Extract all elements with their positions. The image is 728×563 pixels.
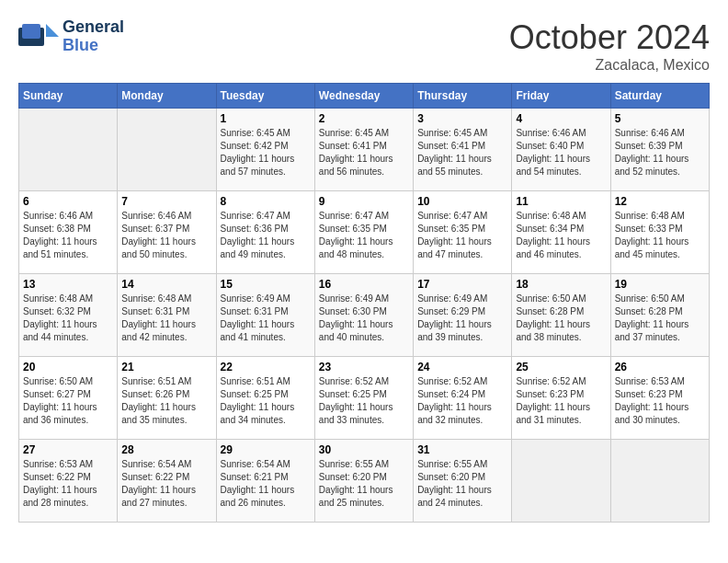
day-info: Sunrise: 6:50 AM Sunset: 6:27 PM Dayligh… xyxy=(23,375,113,427)
day-number: 19 xyxy=(615,278,705,291)
day-info: Sunrise: 6:46 AM Sunset: 6:39 PM Dayligh… xyxy=(615,127,705,178)
day-info: Sunrise: 6:54 AM Sunset: 6:21 PM Dayligh… xyxy=(221,458,311,510)
day-info: Sunrise: 6:52 AM Sunset: 6:25 PM Dayligh… xyxy=(319,375,409,427)
day-number: 28 xyxy=(121,443,211,456)
calendar-cell xyxy=(512,440,610,523)
calendar-cell: 1Sunrise: 6:45 AM Sunset: 6:42 PM Daylig… xyxy=(216,109,314,191)
day-number: 30 xyxy=(319,443,409,456)
calendar-cell: 28Sunrise: 6:54 AM Sunset: 6:22 PM Dayli… xyxy=(118,440,216,523)
day-info: Sunrise: 6:47 AM Sunset: 6:35 PM Dayligh… xyxy=(417,210,507,261)
calendar-cell: 21Sunrise: 6:51 AM Sunset: 6:26 PM Dayli… xyxy=(118,357,216,440)
day-number: 18 xyxy=(516,278,606,291)
day-info: Sunrise: 6:55 AM Sunset: 6:20 PM Dayligh… xyxy=(319,458,409,510)
calendar-week-row: 13Sunrise: 6:48 AM Sunset: 6:32 PM Dayli… xyxy=(19,274,710,357)
day-number: 26 xyxy=(615,361,705,373)
calendar-cell: 20Sunrise: 6:50 AM Sunset: 6:27 PM Dayli… xyxy=(19,357,118,440)
day-info: Sunrise: 6:54 AM Sunset: 6:22 PM Dayligh… xyxy=(121,458,211,510)
day-number: 11 xyxy=(516,195,606,208)
calendar-cell xyxy=(19,109,118,191)
day-info: Sunrise: 6:51 AM Sunset: 6:26 PM Dayligh… xyxy=(121,375,211,427)
calendar-cell: 12Sunrise: 6:48 AM Sunset: 6:33 PM Dayli… xyxy=(610,191,709,274)
calendar-cell: 17Sunrise: 6:49 AM Sunset: 6:29 PM Dayli… xyxy=(414,274,512,357)
day-number: 7 xyxy=(121,195,211,208)
calendar-cell: 11Sunrise: 6:48 AM Sunset: 6:34 PM Dayli… xyxy=(512,191,610,274)
day-number: 17 xyxy=(417,278,507,291)
weekday-header-cell: Wednesday xyxy=(314,84,413,109)
calendar-cell: 29Sunrise: 6:54 AM Sunset: 6:21 PM Dayli… xyxy=(216,440,314,523)
weekday-header-cell: Friday xyxy=(512,84,610,109)
weekday-header-cell: Tuesday xyxy=(216,84,314,109)
day-info: Sunrise: 6:48 AM Sunset: 6:31 PM Dayligh… xyxy=(121,293,211,344)
calendar-cell: 8Sunrise: 6:47 AM Sunset: 6:36 PM Daylig… xyxy=(216,191,314,274)
day-info: Sunrise: 6:49 AM Sunset: 6:29 PM Dayligh… xyxy=(417,293,507,344)
calendar-body: 1Sunrise: 6:45 AM Sunset: 6:42 PM Daylig… xyxy=(19,109,710,523)
calendar-cell: 2Sunrise: 6:45 AM Sunset: 6:41 PM Daylig… xyxy=(314,109,413,191)
day-number: 27 xyxy=(23,443,113,456)
day-info: Sunrise: 6:51 AM Sunset: 6:25 PM Dayligh… xyxy=(221,375,311,427)
calendar-week-row: 1Sunrise: 6:45 AM Sunset: 6:42 PM Daylig… xyxy=(19,109,710,191)
calendar-cell xyxy=(118,109,216,191)
weekday-header-row: SundayMondayTuesdayWednesdayThursdayFrid… xyxy=(19,84,710,109)
calendar-week-row: 6Sunrise: 6:46 AM Sunset: 6:38 PM Daylig… xyxy=(19,191,710,274)
calendar-cell: 18Sunrise: 6:50 AM Sunset: 6:28 PM Dayli… xyxy=(512,274,610,357)
day-number: 2 xyxy=(319,112,409,125)
calendar-cell: 23Sunrise: 6:52 AM Sunset: 6:25 PM Dayli… xyxy=(314,357,413,440)
day-number: 10 xyxy=(417,195,507,208)
day-number: 20 xyxy=(23,361,113,373)
day-info: Sunrise: 6:47 AM Sunset: 6:35 PM Dayligh… xyxy=(319,210,409,261)
title-block: October 2024 Zacalaca, Mexico xyxy=(509,18,710,74)
svg-rect-1 xyxy=(22,24,40,39)
calendar-cell: 26Sunrise: 6:53 AM Sunset: 6:23 PM Dayli… xyxy=(610,357,709,440)
day-number: 4 xyxy=(516,112,606,125)
calendar-cell: 16Sunrise: 6:49 AM Sunset: 6:30 PM Dayli… xyxy=(314,274,413,357)
day-number: 23 xyxy=(319,361,409,373)
day-number: 16 xyxy=(319,278,409,291)
day-info: Sunrise: 6:49 AM Sunset: 6:31 PM Dayligh… xyxy=(221,293,311,344)
month-title: October 2024 xyxy=(509,18,710,57)
calendar-cell: 25Sunrise: 6:52 AM Sunset: 6:23 PM Dayli… xyxy=(512,357,610,440)
day-number: 5 xyxy=(615,112,705,125)
day-info: Sunrise: 6:50 AM Sunset: 6:28 PM Dayligh… xyxy=(615,293,705,344)
day-number: 9 xyxy=(319,195,409,208)
day-number: 25 xyxy=(516,361,606,373)
calendar-cell: 5Sunrise: 6:46 AM Sunset: 6:39 PM Daylig… xyxy=(610,109,709,191)
day-number: 1 xyxy=(221,112,311,125)
calendar-cell: 15Sunrise: 6:49 AM Sunset: 6:31 PM Dayli… xyxy=(216,274,314,357)
day-number: 8 xyxy=(221,195,311,208)
day-info: Sunrise: 6:53 AM Sunset: 6:23 PM Dayligh… xyxy=(615,375,705,427)
calendar-cell: 13Sunrise: 6:48 AM Sunset: 6:32 PM Dayli… xyxy=(19,274,118,357)
day-number: 6 xyxy=(23,195,113,208)
calendar-cell: 14Sunrise: 6:48 AM Sunset: 6:31 PM Dayli… xyxy=(118,274,216,357)
calendar-table: SundayMondayTuesdayWednesdayThursdayFrid… xyxy=(18,83,710,523)
day-number: 12 xyxy=(615,195,705,208)
day-info: Sunrise: 6:49 AM Sunset: 6:30 PM Dayligh… xyxy=(319,293,409,344)
day-info: Sunrise: 6:46 AM Sunset: 6:40 PM Dayligh… xyxy=(516,127,606,178)
day-info: Sunrise: 6:48 AM Sunset: 6:33 PM Dayligh… xyxy=(615,210,705,261)
day-info: Sunrise: 6:45 AM Sunset: 6:41 PM Dayligh… xyxy=(319,127,409,178)
page-header: General Blue October 2024 Zacalaca, Mexi… xyxy=(18,18,710,74)
calendar-cell: 19Sunrise: 6:50 AM Sunset: 6:28 PM Dayli… xyxy=(610,274,709,357)
day-number: 31 xyxy=(417,443,507,456)
calendar-cell: 30Sunrise: 6:55 AM Sunset: 6:20 PM Dayli… xyxy=(314,440,413,523)
day-number: 21 xyxy=(121,361,211,373)
calendar-cell: 3Sunrise: 6:45 AM Sunset: 6:41 PM Daylig… xyxy=(414,109,512,191)
day-info: Sunrise: 6:50 AM Sunset: 6:28 PM Dayligh… xyxy=(516,293,606,344)
day-number: 22 xyxy=(221,361,311,373)
weekday-header-cell: Saturday xyxy=(610,84,709,109)
logo-line1: General xyxy=(63,18,124,37)
logo-line2: Blue xyxy=(63,37,124,55)
day-info: Sunrise: 6:46 AM Sunset: 6:37 PM Dayligh… xyxy=(121,210,211,261)
calendar-cell: 27Sunrise: 6:53 AM Sunset: 6:22 PM Dayli… xyxy=(19,440,118,523)
day-number: 29 xyxy=(221,443,311,456)
calendar-cell: 9Sunrise: 6:47 AM Sunset: 6:35 PM Daylig… xyxy=(314,191,413,274)
day-number: 15 xyxy=(221,278,311,291)
calendar-cell: 7Sunrise: 6:46 AM Sunset: 6:37 PM Daylig… xyxy=(118,191,216,274)
calendar-cell: 24Sunrise: 6:52 AM Sunset: 6:24 PM Dayli… xyxy=(414,357,512,440)
day-number: 3 xyxy=(417,112,507,125)
calendar-cell xyxy=(610,440,709,523)
weekday-header-cell: Thursday xyxy=(414,84,512,109)
weekday-header-cell: Sunday xyxy=(19,84,118,109)
calendar-cell: 4Sunrise: 6:46 AM Sunset: 6:40 PM Daylig… xyxy=(512,109,610,191)
calendar-cell: 10Sunrise: 6:47 AM Sunset: 6:35 PM Dayli… xyxy=(414,191,512,274)
weekday-header-cell: Monday xyxy=(118,84,216,109)
